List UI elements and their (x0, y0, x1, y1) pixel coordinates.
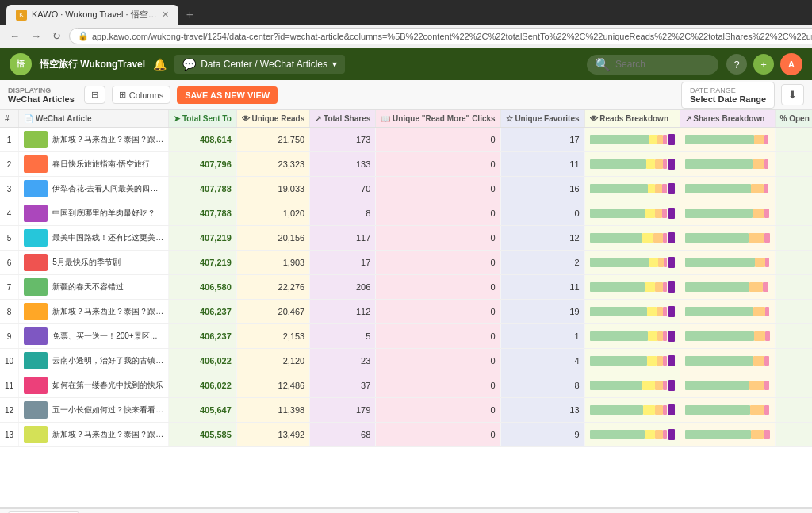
download-button[interactable]: ⬇ (781, 84, 804, 105)
cell-num: 13 (0, 423, 19, 447)
displaying-label: DISPLAYING (8, 86, 75, 94)
search-input[interactable] (615, 59, 710, 70)
cell-reads: 20,156 (236, 226, 309, 251)
th-article-icon: 📄 (24, 114, 36, 123)
article-title: 中国到底哪里的羊肉最好吃？ (52, 208, 155, 219)
cell-num: 9 (0, 324, 19, 349)
active-tab[interactable]: K KAWO · Wukong Travel · 悟空… ✕ (6, 5, 178, 25)
cell-sent: 406,237 (169, 300, 237, 324)
cell-article: 新加坡？马来西亚？泰国？跟花憔... (19, 423, 169, 447)
header-search-box[interactable]: 🔍 (587, 55, 718, 75)
cell-favorites: 2 (500, 251, 584, 275)
cell-reads: 11,398 (236, 398, 309, 423)
th-shares-icon: ↗ (315, 114, 324, 123)
wechat-nav-item[interactable]: 💬 Data Center / WeChat Articles ▾ (174, 55, 345, 74)
article-thumbnail (24, 401, 48, 419)
cell-article: 五一小长假如何过？快来看看我们... (19, 398, 169, 423)
cell-article: 新加坡？马来西亚？泰国？跟花憔... (19, 300, 169, 324)
cell-shares-breakdown (680, 398, 775, 423)
cell-shares: 117 (310, 226, 376, 251)
cell-open-rate: 2.38% (775, 226, 812, 251)
brand-name: 悟空旅行 WukongTravel (40, 58, 145, 71)
filter-toggle-button[interactable]: ⊟ (84, 86, 105, 104)
article-title: 如何在第一缕春光中找到的快乐 (52, 380, 163, 391)
cell-open-rate: 3.21% (775, 423, 812, 447)
app-container: 悟 悟空旅行 WukongTravel 🔔 💬 Data Center / We… (0, 48, 812, 513)
help-button[interactable]: ? (726, 54, 747, 75)
article-thumbnail (24, 278, 48, 296)
cell-num: 7 (0, 275, 19, 300)
cell-article: 中国到底哪里的羊肉最好吃？ (19, 201, 169, 226)
add-button[interactable]: + (753, 54, 774, 75)
th-shares[interactable]: ↗ Total Shares (310, 110, 376, 128)
th-more-clicks[interactable]: 📖 Unique "Read More" Clicks (376, 110, 500, 128)
tab-close-btn[interactable]: ✕ (162, 10, 169, 20)
th-article[interactable]: 📄 WeChat Article (19, 110, 169, 128)
cell-sent: 407,788 (169, 177, 237, 201)
browser-chrome: K KAWO · Wukong Travel · 悟空… ✕ + ← → ↻ 🔒… (0, 0, 812, 48)
article-title: 伊犁杏花-去看人间最美的四月天！ (52, 183, 163, 194)
cell-reads: 23,323 (236, 152, 309, 177)
back-button[interactable]: ← (6, 29, 23, 44)
table-row: 9 免票、买一送一！200+景区优惠... 406,237 2,153 5 0 … (0, 324, 812, 349)
cell-reads-breakdown (584, 423, 680, 447)
table-row: 5 最美中国路线！还有比这更美的... 407,219 20,156 117 0… (0, 226, 812, 251)
cell-num: 12 (0, 398, 19, 423)
user-avatar[interactable]: A (780, 53, 802, 75)
cell-shares: 68 (310, 423, 376, 447)
cell-open-rate: 0.48% (775, 349, 812, 373)
cell-sent: 407,219 (169, 226, 237, 251)
cell-more-clicks: 0 (376, 373, 500, 398)
cell-open-rate: 2.67% (775, 398, 812, 423)
cell-reads-breakdown (584, 275, 680, 300)
article-title: 新疆的春天不容错过 (52, 281, 124, 293)
cell-sent: 406,237 (169, 324, 237, 349)
new-tab-button[interactable]: + (182, 6, 198, 24)
article-title: 免票、买一送一！200+景区优惠... (52, 331, 163, 342)
table-row: 13 新加坡？马来西亚？泰国？跟花憔... 405,585 13,492 68 … (0, 423, 812, 447)
cell-favorites: 11 (500, 275, 584, 300)
cell-reads: 13,492 (236, 423, 309, 447)
th-sent-icon: ➤ (174, 114, 182, 123)
cell-article: 新疆的春天不容错过 (19, 275, 169, 300)
cell-sent: 405,585 (169, 423, 237, 447)
cell-more-clicks: 0 (376, 275, 500, 300)
displaying-block: DISPLAYING WeChat Articles (8, 86, 75, 104)
th-reads[interactable]: 👁 Unique Reads (236, 110, 309, 128)
cell-reads-breakdown (584, 152, 680, 177)
article-thumbnail (24, 205, 48, 222)
article-thumbnail (24, 426, 48, 443)
th-more-icon: 📖 (381, 114, 393, 123)
th-favorites[interactable]: ☆ Unique Favorites (500, 110, 584, 128)
forward-button[interactable]: → (28, 29, 44, 44)
article-thumbnail (24, 254, 48, 271)
cell-more-clicks: 0 (376, 398, 500, 423)
cell-more-clicks: 0 (376, 423, 500, 447)
address-bar[interactable]: 🔒 app.kawo.com/wukong-travel/1254/data-c… (69, 28, 812, 44)
columns-button[interactable]: ⊞ Columns (112, 86, 170, 104)
cell-favorites: 16 (500, 177, 584, 201)
cell-shares-breakdown (680, 275, 775, 300)
cell-favorites: 0 (500, 201, 584, 226)
th-shares-breakdown[interactable]: ↗ Shares Breakdown (680, 110, 775, 128)
cell-sent: 406,022 (169, 373, 237, 398)
cell-favorites: 17 (500, 128, 584, 152)
cell-reads: 12,486 (236, 373, 309, 398)
cell-article: 春日快乐旅旅指南-悟空旅行 (19, 152, 169, 177)
date-range-button[interactable]: DATE RANGE Select Date Range (681, 82, 775, 109)
cell-favorites: 11 (500, 152, 584, 177)
article-title: 新加坡？马来西亚？泰国？跟花憔... (52, 429, 163, 440)
cell-article: 伊犁杏花-去看人间最美的四月天！ (19, 177, 169, 201)
table-row: 6 5月最快乐的季节剧 407,219 1,903 17 0 2 0.42% 7… (0, 251, 812, 275)
th-open-rate[interactable]: % Open Rate of Push Message (775, 110, 812, 128)
cell-num: 5 (0, 226, 19, 251)
th-reads-breakdown[interactable]: 👁 Reads Breakdown (584, 110, 680, 128)
reload-button[interactable]: ↻ (49, 29, 64, 44)
notification-bell-icon[interactable]: 🔔 (153, 58, 167, 71)
save-as-new-view-button[interactable]: SAVE AS NEW VIEW (177, 86, 278, 104)
data-table-container[interactable]: # 📄 WeChat Article ➤ Total Sent To 👁 Uni… (0, 110, 812, 507)
table-body: 1 新加坡？马来西亚？泰国？跟花憔... 408,614 21,750 173 … (0, 128, 812, 447)
th-sent[interactable]: ➤ Total Sent To (169, 110, 237, 128)
displaying-value: WeChat Articles (8, 94, 75, 104)
cell-open-rate: 3.63% (775, 275, 812, 300)
